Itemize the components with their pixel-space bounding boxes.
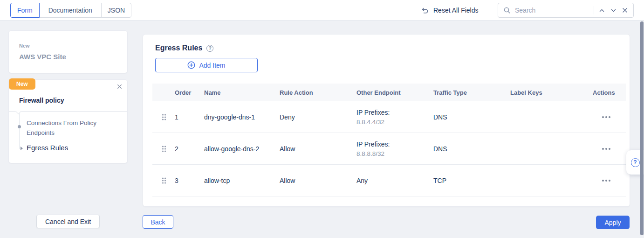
panel-heading-label: Egress Rules <box>155 44 202 52</box>
search-icon <box>503 6 511 14</box>
cell-other-endpoint: IP Prefixes: 8.8.4.4/32 <box>356 109 433 126</box>
cancel-and-exit-button[interactable]: Cancel and Exit <box>36 215 100 228</box>
row-actions-menu-icon[interactable] <box>601 113 612 121</box>
row-actions-menu-icon[interactable] <box>601 177 612 184</box>
cell-order: 3 <box>175 177 204 184</box>
col-other-endpoint: Other Endpoint <box>356 89 433 96</box>
row-actions-menu-icon[interactable] <box>601 145 612 153</box>
search-close-icon[interactable] <box>621 7 629 14</box>
tab-json[interactable]: JSON <box>101 3 131 18</box>
tree-connector-line <box>19 113 20 149</box>
object-status-label: New <box>19 43 117 49</box>
vertical-scrollbar[interactable] <box>640 21 644 235</box>
plus-circle-icon <box>187 61 195 69</box>
tab-form[interactable]: Form <box>10 3 40 18</box>
cell-name: allow-google-dns-2 <box>204 145 280 153</box>
cell-traffic-type: DNS <box>433 113 510 121</box>
cell-order: 2 <box>175 145 204 153</box>
col-actions: Actions <box>593 89 626 96</box>
reset-undo-icon <box>421 6 429 14</box>
cell-order: 1 <box>175 113 204 121</box>
table-row: 1 dny-google-dns-1 Deny IP Prefixes: 8.8… <box>152 101 626 133</box>
add-item-button[interactable]: Add Item <box>155 58 258 72</box>
cell-other-endpoint: Any <box>356 177 433 184</box>
policy-card-close-icon[interactable] <box>116 83 123 90</box>
other-endpoint-line1: IP Prefixes: <box>356 140 390 148</box>
policy-card-divider <box>9 111 127 112</box>
panel-heading: Egress Rules ? <box>155 44 213 52</box>
cell-rule-action: Allow <box>280 177 356 184</box>
sidebar-item-connections-from-policy-endpoints[interactable]: Connections From Policy Endpoints <box>27 118 119 138</box>
tree-bullet-dot <box>18 125 21 128</box>
cell-name: dny-google-dns-1 <box>204 113 280 121</box>
search-prev-chevron-up-icon[interactable] <box>598 7 606 14</box>
top-toolbar: Form Documentation JSON Reset All Fields <box>0 0 644 21</box>
search-next-chevron-down-icon[interactable] <box>610 7 617 14</box>
cell-rule-action: Allow <box>280 145 356 153</box>
new-badge: New <box>9 78 35 90</box>
search-box <box>498 3 634 18</box>
cell-rule-action: Deny <box>280 113 356 121</box>
drag-handle-icon[interactable] <box>157 177 171 184</box>
table-row: 2 allow-google-dns-2 Allow IP Prefixes: … <box>152 133 626 165</box>
firewall-policy-card: New Firewall policy Connections From Pol… <box>8 79 128 163</box>
col-rule-action: Rule Action <box>280 89 356 96</box>
cell-other-endpoint: IP Prefixes: 8.8.8.8/32 <box>356 140 433 157</box>
tab-documentation[interactable]: Documentation <box>39 3 102 18</box>
search-divider <box>594 6 594 14</box>
cell-traffic-type: DNS <box>433 145 510 153</box>
other-endpoint-line1: Any <box>356 177 368 184</box>
cell-name: allow-tcp <box>204 177 280 184</box>
tree-caret-icon <box>21 147 23 150</box>
sidebar-item-egress-rules[interactable]: Egress Rules <box>27 144 68 152</box>
add-item-label: Add Item <box>199 62 225 69</box>
egress-rules-help-icon[interactable]: ? <box>206 45 213 52</box>
apply-button[interactable]: Apply <box>596 216 630 229</box>
table-row: 3 allow-tcp Allow Any TCP <box>152 165 626 196</box>
drag-handle-icon[interactable] <box>157 145 171 153</box>
col-name: Name <box>204 89 280 96</box>
col-label-keys: Label Keys <box>510 89 593 96</box>
other-endpoint-line1: IP Prefixes: <box>356 109 390 116</box>
table-body: 1 dny-google-dns-1 Deny IP Prefixes: 8.8… <box>152 101 626 196</box>
other-endpoint-line2: 8.8.4.4/32 <box>356 119 433 126</box>
egress-rules-panel: Egress Rules ? Add Item Order Name Rule … <box>143 34 630 207</box>
drag-handle-icon[interactable] <box>157 113 171 121</box>
col-order: Order <box>175 89 204 96</box>
table-header-row: Order Name Rule Action Other Endpoint Tr… <box>152 84 626 101</box>
object-title: AWS VPC Site <box>19 53 117 61</box>
reset-all-fields-label: Reset All Fields <box>433 7 478 14</box>
reset-all-fields-button[interactable]: Reset All Fields <box>421 3 478 17</box>
object-summary-card: New AWS VPC Site <box>8 30 128 73</box>
other-endpoint-line2: 8.8.8.8/32 <box>356 150 433 157</box>
policy-card-title: Firewall policy <box>19 97 64 104</box>
search-input[interactable] <box>515 7 590 14</box>
question-mark-icon: ? <box>631 158 640 167</box>
policy-card-notch <box>15 108 21 114</box>
view-mode-tabs: Form Documentation JSON <box>10 3 131 18</box>
back-button[interactable]: Back <box>143 215 173 229</box>
cell-traffic-type: TCP <box>433 177 510 184</box>
col-traffic-type: Traffic Type <box>433 89 510 96</box>
